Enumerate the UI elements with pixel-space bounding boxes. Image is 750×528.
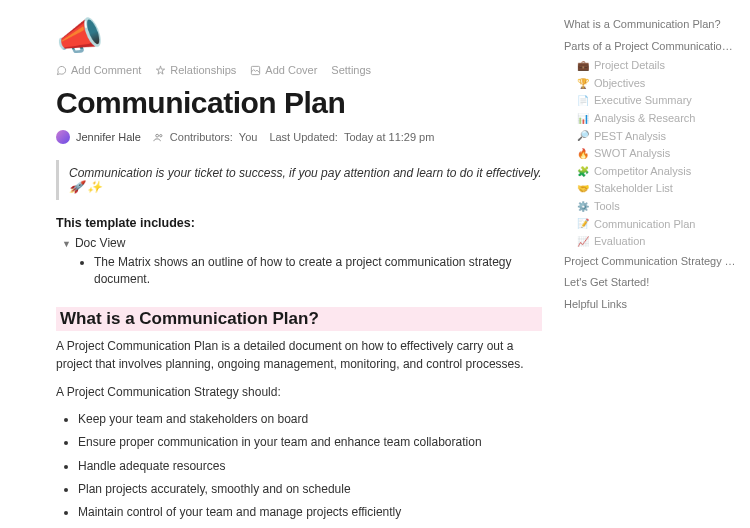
toc-sub-link[interactable]: 🔎PEST Analysis	[564, 128, 738, 146]
puzzle-icon: 🧩	[576, 164, 589, 180]
toc-sub-link[interactable]: 📈Evaluation	[564, 233, 738, 251]
settings-button[interactable]: Settings	[331, 64, 371, 76]
toc-sub-label: Tools	[594, 198, 620, 216]
meta-row: Jennifer Hale Contributors: You Last Upd…	[56, 130, 542, 144]
main-content: 📣 Add Comment Relationships Add Cover Se…	[0, 0, 560, 528]
last-updated-field: Last Updated: Today at 11:29 pm	[269, 131, 434, 143]
toc-link[interactable]: Helpful Links	[564, 294, 738, 316]
toc-sub-link[interactable]: 🔥SWOT Analysis	[564, 145, 738, 163]
memo-icon: 📝	[576, 216, 589, 232]
toc-link[interactable]: What is a Communication Plan?	[564, 14, 738, 36]
list-item[interactable]: Handle adequate resources	[78, 458, 542, 475]
should-list: Keep your team and stakeholders on board…	[78, 411, 542, 522]
toc-sub-link[interactable]: 🤝Stakeholder List	[564, 180, 738, 198]
author-name[interactable]: Jennifer Hale	[76, 131, 141, 143]
toc-sub-label: Communication Plan	[594, 216, 696, 234]
comment-icon	[56, 65, 67, 76]
add-cover-label: Add Cover	[265, 64, 317, 76]
outline-sidebar: What is a Communication Plan? Parts of a…	[560, 0, 750, 528]
people-icon	[153, 132, 164, 143]
toc-sub-label: PEST Analysis	[594, 128, 666, 146]
trophy-icon: 🏆	[576, 76, 589, 92]
svg-point-1	[156, 134, 159, 137]
toc-sub-link[interactable]: ⚙️Tools	[564, 198, 738, 216]
contributors-label: Contributors:	[170, 131, 233, 143]
list-item[interactable]: Ensure proper communication in your team…	[78, 434, 542, 451]
add-cover-button[interactable]: Add Cover	[250, 64, 317, 76]
page-emoji-icon[interactable]: 📣	[56, 14, 542, 58]
trend-icon: 📈	[576, 234, 589, 250]
updated-label: Last Updated:	[269, 131, 338, 143]
toc-sub-label: Objectives	[594, 75, 645, 93]
page-icon: 📄	[576, 93, 589, 109]
toggle-doc-view[interactable]: ▼ Doc View	[62, 236, 542, 250]
magnify-icon: 🔎	[576, 128, 589, 144]
list-item[interactable]: Maintain control of your team and manage…	[78, 504, 542, 521]
toggle-content-list: The Matrix shows an outline of how to cr…	[94, 254, 542, 289]
list-item[interactable]: Plan projects accurately, smoothly and o…	[78, 481, 542, 498]
svg-point-2	[159, 134, 161, 136]
list-item[interactable]: Keep your team and stakeholders on board	[78, 411, 542, 428]
gear-icon: ⚙️	[576, 199, 589, 215]
fire-icon: 🔥	[576, 146, 589, 162]
toc-sub-label: Project Details	[594, 57, 665, 75]
page-title[interactable]: Communication Plan	[56, 86, 542, 120]
page-toolbar: Add Comment Relationships Add Cover Sett…	[56, 64, 542, 76]
toggle-label: Doc View	[75, 236, 125, 250]
toc-link[interactable]: Let's Get Started!	[564, 272, 738, 294]
cover-icon	[250, 65, 261, 76]
add-comment-button[interactable]: Add Comment	[56, 64, 141, 76]
toc-sub-label: Competitor Analysis	[594, 163, 691, 181]
handshake-icon: 🤝	[576, 181, 589, 197]
relationships-label: Relationships	[170, 64, 236, 76]
toc-sub-link[interactable]: 🏆Objectives	[564, 75, 738, 93]
toc-sub-label: Executive Summary	[594, 92, 692, 110]
briefcase-icon: 💼	[576, 58, 589, 74]
para-should-intro[interactable]: A Project Communication Strategy should:	[56, 383, 542, 401]
toc-sub-label: Stakeholder List	[594, 180, 673, 198]
para-what-is[interactable]: A Project Communication Plan is a detail…	[56, 337, 542, 373]
toc-sub-label: Analysis & Research	[594, 110, 696, 128]
toc-sub-link[interactable]: 📝Communication Plan	[564, 216, 738, 234]
quote-block[interactable]: Communication is your ticket to success,…	[56, 160, 542, 200]
toc-sub-label: Evaluation	[594, 233, 645, 251]
contributors-value: You	[239, 131, 258, 143]
author-avatar[interactable]	[56, 130, 70, 144]
toggle-caret-icon[interactable]: ▼	[62, 239, 71, 249]
toc-sub-label: SWOT Analysis	[594, 145, 670, 163]
heading-what-is[interactable]: What is a Communication Plan?	[56, 307, 542, 331]
relationships-icon	[155, 65, 166, 76]
updated-value: Today at 11:29 pm	[344, 131, 435, 143]
relationships-button[interactable]: Relationships	[155, 64, 236, 76]
toc-link[interactable]: Project Communication Strategy Tips!	[564, 251, 738, 273]
toc-sub-link[interactable]: 📊Analysis & Research	[564, 110, 738, 128]
contributors-field[interactable]: Contributors: You	[153, 131, 258, 143]
toggle-content-item[interactable]: The Matrix shows an outline of how to cr…	[94, 254, 542, 289]
includes-heading[interactable]: This template includes:	[56, 216, 542, 230]
toc-link[interactable]: Parts of a Project Communication St...	[564, 36, 738, 58]
toc-sub-link[interactable]: 🧩Competitor Analysis	[564, 163, 738, 181]
settings-label: Settings	[331, 64, 371, 76]
chart-icon: 📊	[576, 111, 589, 127]
add-comment-label: Add Comment	[71, 64, 141, 76]
toc-sub-link[interactable]: 📄Executive Summary	[564, 92, 738, 110]
toc-sub-link[interactable]: 💼Project Details	[564, 57, 738, 75]
